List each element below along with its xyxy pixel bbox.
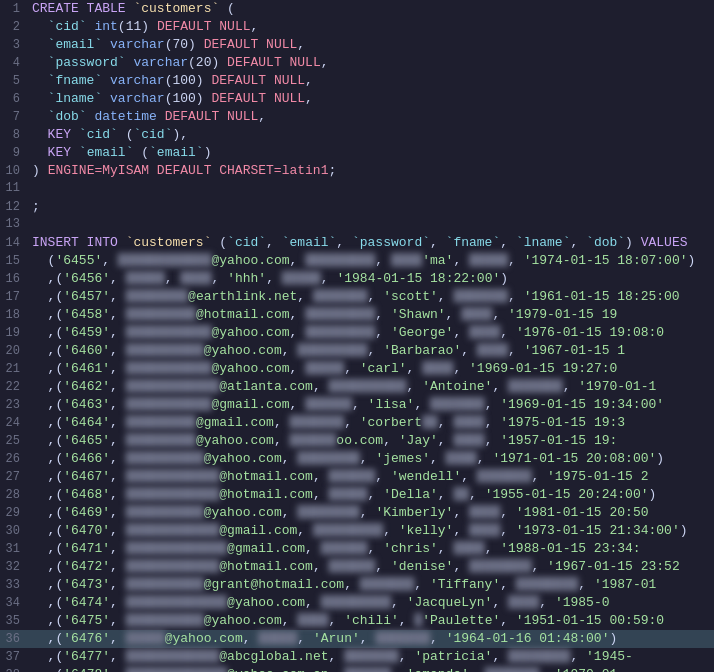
line-32: 32 ,('6472', ████████████@hotmail.com, █… [0,558,714,576]
line-34: 34 ,('6474', █████████████@yahoo.com, ██… [0,594,714,612]
line-9: 9 KEY `email` (`email`) [0,144,714,162]
line-14: 14 INSERT INTO `customers` (`cid`, `emai… [0,234,714,252]
line-10: 10 ) ENGINE=MyISAM DEFAULT CHARSET=latin… [0,162,714,180]
line-22: 22 ,('6462', ████████████@atlanta.com, █… [0,378,714,396]
line-6: 6 `lname` varchar(100) DEFAULT NULL, [0,90,714,108]
line-18: 18 ,('6458', █████████@hotmail.com, ████… [0,306,714,324]
line-36: 36 ,('6476', █████@yahoo.com, █████, 'Ar… [0,630,714,648]
line-21: 21 ,('6461', ███████████@yahoo.com, ████… [0,360,714,378]
line-37: 37 ,('6477', ████████████@abcglobal.net,… [0,648,714,666]
line-4: 4 `password` varchar(20) DEFAULT NULL, [0,54,714,72]
line-28: 28 ,('6468', ████████████@hotmail.com, █… [0,486,714,504]
line-33: 33 ,('6473', ██████████@grant@hotmail.co… [0,576,714,594]
line-38: 38 ,('6478', █████████████@yahoo.com.cn,… [0,666,714,672]
line-19: 19 ,('6459', ███████████@yahoo.com, ████… [0,324,714,342]
line-11: 11 [0,180,714,198]
line-3: 3 `email` varchar(70) DEFAULT NULL, [0,36,714,54]
line-5: 5 `fname` varchar(100) DEFAULT NULL, [0,72,714,90]
line-20: 20 ,('6460', ██████████@yahoo.com, █████… [0,342,714,360]
line-25: 25 ,('6465', █████████@yahoo.com, ██████… [0,432,714,450]
line-31: 31 ,('6471', █████████████@gmail.com, ██… [0,540,714,558]
code-editor: 1 CREATE TABLE `customers` ( 2 `cid` int… [0,0,714,672]
line-15: 15 ('6455', ████████████@yahoo.com, ████… [0,252,714,270]
line-27: 27 ,('6467', ████████████@hotmail.com, █… [0,468,714,486]
line-13: 13 [0,216,714,234]
line-35: 35 ,('6475', ██████████@yahoo.com, ████,… [0,612,714,630]
line-1: 1 CREATE TABLE `customers` ( [0,0,714,18]
line-24: 24 ,('6464', █████████@gmail.com, ██████… [0,414,714,432]
line-16: 16 ,('6456', █████, ████, 'hhh', █████, … [0,270,714,288]
line-8: 8 KEY `cid` (`cid`), [0,126,714,144]
line-2: 2 `cid` int(11) DEFAULT NULL, [0,18,714,36]
line-12: 12 ; [0,198,714,216]
line-30: 30 ,('6470', ████████████@gmail.com, ███… [0,522,714,540]
line-23: 23 ,('6463', ███████████@gmail.com, ████… [0,396,714,414]
line-29: 29 ,('6469', ██████████@yahoo.com, █████… [0,504,714,522]
line-7: 7 `dob` datetime DEFAULT NULL, [0,108,714,126]
line-17: 17 ,('6457', ████████@earthlink.net, ███… [0,288,714,306]
line-26: 26 ,('6466', ██████████@yahoo.com, █████… [0,450,714,468]
